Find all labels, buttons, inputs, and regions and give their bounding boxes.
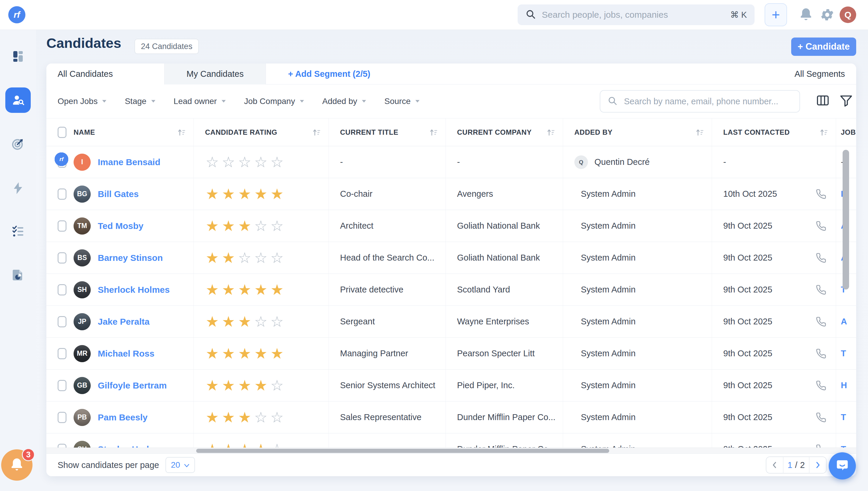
phone-icon[interactable]	[816, 285, 826, 295]
sidebar-item-automations[interactable]	[5, 175, 31, 201]
candidate-name-link[interactable]: Stanley Hudson	[98, 444, 165, 448]
row-checkbox[interactable]	[58, 221, 66, 232]
job-link[interactable]: T	[841, 412, 846, 422]
star-icon[interactable]: ★	[206, 314, 222, 329]
horizontal-scrollbar-thumb[interactable]	[196, 449, 609, 453]
filter-source[interactable]: Source	[384, 96, 420, 106]
star-icon[interactable]: ☆	[270, 219, 287, 233]
next-page-button[interactable]	[810, 457, 826, 473]
per-page-select[interactable]: 20	[166, 457, 195, 473]
global-search[interactable]: ⌘ K	[518, 4, 755, 25]
star-icon[interactable]: ★	[206, 410, 222, 425]
app-logo[interactable]: rf	[8, 6, 25, 23]
star-icon[interactable]: ★	[238, 378, 254, 393]
row-checkbox[interactable]	[58, 380, 66, 391]
row-checkbox[interactable]	[58, 316, 66, 327]
star-icon[interactable]: ★	[206, 187, 222, 201]
star-icon[interactable]: ★	[222, 410, 238, 425]
star-icon[interactable]: ☆	[222, 155, 238, 170]
star-icon[interactable]: ★	[254, 187, 270, 201]
star-icon[interactable]: ☆	[238, 251, 254, 265]
column-header-current-company[interactable]: CURRENT COMPANY	[446, 118, 563, 146]
job-link[interactable]: T	[841, 444, 846, 447]
star-icon[interactable]: ★	[254, 378, 270, 393]
candidate-name-link[interactable]: Pam Beesly	[98, 412, 147, 423]
star-icon[interactable]: ☆	[254, 314, 270, 329]
star-icon[interactable]: ☆	[238, 155, 254, 170]
row-checkbox[interactable]	[58, 348, 66, 359]
star-icon[interactable]: ★	[222, 283, 238, 297]
star-icon[interactable]: ★	[222, 219, 238, 233]
table-row[interactable]: SHSherlock Holmes★★★★★Private detectiveS…	[47, 274, 856, 306]
star-icon[interactable]: ★	[238, 314, 254, 329]
filter-funnel-icon[interactable]	[839, 93, 853, 108]
star-icon[interactable]: ☆	[206, 155, 222, 170]
star-icon[interactable]: ★	[222, 442, 238, 448]
user-avatar[interactable]: Q	[840, 6, 856, 23]
star-icon[interactable]: ★	[222, 314, 238, 329]
star-icon[interactable]: ☆	[254, 155, 270, 170]
star-icon[interactable]: ★	[206, 346, 222, 361]
bell-icon[interactable]	[798, 7, 814, 23]
tab-my-candidates[interactable]: My Candidates	[165, 63, 266, 85]
star-icon[interactable]: ★	[254, 346, 270, 361]
star-icon[interactable]: ★	[206, 251, 222, 265]
star-icon[interactable]: ★	[270, 187, 287, 201]
candidate-name-link[interactable]: Michael Ross	[98, 349, 154, 359]
filter-stage[interactable]: Stage	[125, 96, 156, 106]
column-header-name[interactable]: NAME	[47, 118, 194, 146]
star-icon[interactable]: ★	[238, 410, 254, 425]
sort-icon[interactable]	[695, 127, 705, 137]
horizontal-scrollbar-track[interactable]	[47, 447, 856, 454]
column-header-current-title[interactable]: CURRENT TITLE	[329, 118, 446, 146]
star-icon[interactable]: ★	[238, 187, 254, 201]
table-row[interactable]: TMTed Mosby★★★☆☆ArchitectGoliath Nationa…	[47, 210, 856, 242]
candidate-name-link[interactable]: Gilfoyle Bertram	[98, 380, 167, 391]
add-candidate-button[interactable]: + Candidate	[791, 37, 856, 56]
candidate-name-link[interactable]: Jake Peralta	[98, 317, 149, 327]
candidate-name-link[interactable]: Barney Stinson	[98, 253, 163, 263]
sidebar-item-candidates[interactable]	[5, 87, 31, 113]
star-icon[interactable]: ★	[222, 378, 238, 393]
star-icon[interactable]: ★	[270, 283, 287, 297]
star-icon[interactable]: ★	[238, 442, 254, 448]
table-row[interactable]: GBGilfoyle Bertram★★★★☆Senior Systems Ar…	[47, 370, 856, 402]
star-icon[interactable]: ★	[222, 346, 238, 361]
star-icon[interactable]: ☆	[254, 219, 270, 233]
add-segment-button[interactable]: + Add Segment (2/5)	[288, 63, 371, 84]
star-icon[interactable]: ☆	[270, 155, 287, 170]
star-icon[interactable]: ☆	[270, 410, 287, 425]
table-row[interactable]: SHStanley Hudson★★★★☆Dunder Mifflin Pape…	[47, 433, 856, 447]
table-row[interactable]: BSBarney Stinson★★☆☆☆Head of the Search …	[47, 242, 856, 274]
vertical-scrollbar[interactable]	[843, 150, 849, 290]
row-checkbox[interactable]	[58, 412, 66, 423]
star-icon[interactable]: ★	[270, 346, 287, 361]
sidebar-item-dashboard[interactable]	[5, 44, 31, 69]
phone-icon[interactable]	[816, 221, 826, 231]
phone-icon[interactable]	[816, 189, 826, 199]
sidebar-item-reports[interactable]	[5, 262, 31, 288]
filter-added-by[interactable]: Added by	[322, 96, 367, 106]
chat-fab[interactable]	[829, 452, 856, 480]
phone-icon[interactable]	[816, 348, 826, 359]
phone-icon[interactable]	[816, 412, 826, 423]
star-icon[interactable]: ★	[238, 219, 254, 233]
star-icon[interactable]: ★	[222, 251, 238, 265]
select-all-checkbox[interactable]	[58, 127, 66, 138]
star-icon[interactable]: ★	[238, 346, 254, 361]
columns-icon[interactable]	[816, 93, 830, 108]
prev-page-button[interactable]	[766, 457, 783, 473]
phone-icon[interactable]	[816, 444, 826, 448]
candidate-name-link[interactable]: Sherlock Holmes	[98, 285, 170, 295]
candidate-name-link[interactable]: Bill Gates	[98, 189, 139, 199]
candidate-name-link[interactable]: Ted Mosby	[98, 221, 143, 231]
filter-job-company[interactable]: Job Company	[244, 96, 305, 106]
star-icon[interactable]: ★	[206, 283, 222, 297]
filter-lead-owner[interactable]: Lead owner	[174, 96, 226, 106]
star-icon[interactable]: ☆	[270, 442, 287, 448]
star-icon[interactable]: ★	[238, 283, 254, 297]
star-icon[interactable]: ★	[206, 442, 222, 448]
star-icon[interactable]: ★	[254, 283, 270, 297]
sort-icon[interactable]	[429, 127, 438, 137]
star-icon[interactable]: ☆	[270, 314, 287, 329]
